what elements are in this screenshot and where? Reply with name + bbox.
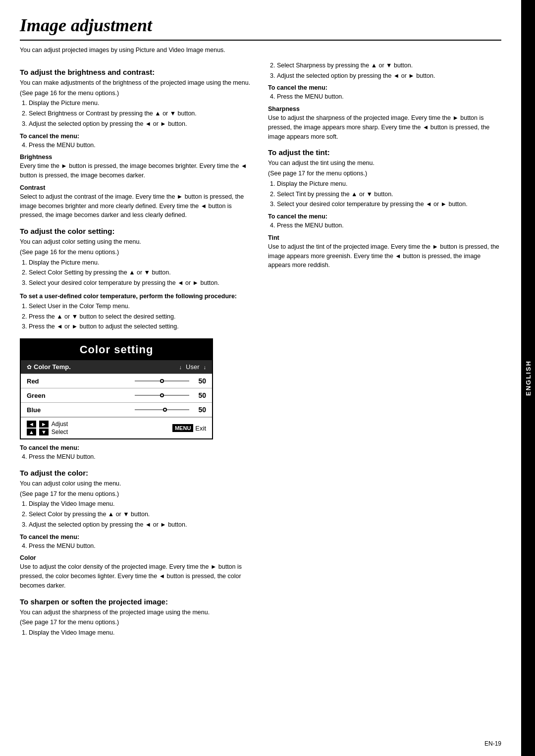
list-item: Press the ▲ or ▼ button to select the de…	[29, 312, 253, 322]
section1-intro: You can make adjustments of the brightne…	[20, 78, 253, 88]
tint-heading: To adjust the tint:	[268, 148, 501, 157]
list-item: Select your desired color temperature by…	[29, 278, 253, 288]
list-item: Adjust the selected option by pressing t…	[29, 119, 253, 129]
arrow-down-icon: ↓	[179, 364, 182, 370]
section2-cancel-heading: To cancel the menu:	[20, 444, 253, 451]
section1-see-page: (See page 16 for the menu options.)	[20, 89, 253, 98]
list-item: Select User in the Color Temp menu.	[29, 302, 253, 311]
red-value: 50	[192, 377, 206, 385]
color-temp-icon: ✿	[27, 364, 32, 371]
tint-sub-heading: Tint	[268, 234, 501, 241]
right-cancel-heading: To cancel the menu:	[268, 84, 501, 91]
list-item: Adjust the selected option by pressing t…	[277, 71, 501, 81]
footer-select-item: ▲ ▼ Select	[27, 429, 68, 435]
color-setting-footer: ◄ ► Adjust ▲ ▼ Select MENU	[21, 417, 212, 438]
procedure-heading: To set a user-defined color temperature,…	[20, 293, 253, 300]
list-item: Press the MENU button.	[29, 141, 253, 150]
section3-cancel-heading: To cancel the menu:	[20, 534, 253, 540]
section4-intro: You can adjust the sharpness of the proj…	[20, 608, 253, 617]
green-value: 50	[192, 391, 206, 399]
section2-cancel-steps: Press the MENU button.	[29, 452, 253, 462]
two-col-layout: To adjust the brightness and contrast: Y…	[20, 61, 501, 640]
green-label: Green	[27, 392, 66, 399]
section1-heading: To adjust the brightness and contrast:	[20, 68, 253, 76]
list-item: Press the MENU button.	[29, 541, 253, 551]
blue-slider-line	[135, 409, 189, 410]
tint-see-page: (See page 17 for the menu options.)	[268, 169, 501, 178]
tint-text: Use to adjust the tint of the projected …	[268, 242, 501, 270]
contrast-heading: Contrast	[20, 184, 253, 191]
footer-left: ◄ ► Adjust ▲ ▼ Select	[27, 421, 68, 435]
color-temp-row: ✿ Color Temp. ↓ User ↓	[21, 360, 212, 374]
section3-heading: To adjust the color:	[20, 469, 253, 477]
intro-text: You can adjust projected images by using…	[20, 46, 501, 55]
section2-steps: Display the Picture menu. Select Color S…	[29, 258, 253, 288]
color-temp-user: User	[186, 363, 199, 371]
list-item: Select Color by pressing the ▲ or ▼ butt…	[29, 510, 253, 519]
blue-row: Blue 50	[21, 403, 212, 417]
brightness-text: Every time the ► button is pressed, the …	[20, 162, 253, 180]
left-btn: ◄	[27, 421, 36, 428]
select-label: Select	[52, 429, 68, 435]
color-temp-value: ↓ User ↓	[73, 363, 206, 371]
section1-cancel-heading: To cancel the menu:	[20, 133, 253, 140]
red-row: Red 50	[21, 374, 212, 388]
section4-steps: Display the Video Image menu.	[29, 628, 253, 638]
section3-steps: Display the Video Image menu. Select Col…	[29, 499, 253, 529]
list-item: Select Tint by pressing the ▲ or ▼ butto…	[277, 190, 501, 199]
tint-steps: Display the Picture menu. Select Tint by…	[277, 179, 501, 209]
col-right: Select Sharpness by pressing the ▲ or ▼ …	[268, 61, 501, 640]
list-item: Display the Video Image menu.	[29, 499, 253, 509]
footer-adjust-item: ◄ ► Adjust	[27, 421, 68, 428]
color-setting-title: Color setting	[21, 339, 212, 360]
sidebar-label: ENGLISH	[521, 0, 535, 756]
color-text: Use to adjust the color density of the p…	[20, 562, 253, 590]
page-title: Image adjustment	[20, 15, 501, 41]
list-item: Select Brightness or Contrast by pressin…	[29, 109, 253, 118]
blue-label: Blue	[27, 406, 66, 414]
section4-see-page: (See page 17 for the menu options.)	[20, 618, 253, 627]
blue-slider-thumb	[163, 408, 167, 412]
procedure-steps: Select User in the Color Temp menu. Pres…	[29, 302, 253, 331]
footer-right: MENU Exit	[172, 424, 206, 432]
green-row: Green 50	[21, 388, 212, 403]
color-heading: Color	[20, 554, 253, 561]
down-btn: ▼	[39, 429, 49, 435]
brightness-heading: Brightness	[20, 154, 253, 161]
green-slider-area: 50	[66, 391, 206, 399]
list-item: Press the MENU button.	[29, 452, 253, 462]
tint-cancel-heading: To cancel the menu:	[268, 213, 501, 220]
right-cancel-steps: Press the MENU button.	[277, 92, 501, 102]
contrast-text: Select to adjust the contrast of the ima…	[20, 192, 253, 220]
red-label: Red	[27, 378, 66, 385]
section1-cancel-steps: Press the MENU button.	[29, 141, 253, 150]
section2-intro: You can adjust color setting using the m…	[20, 237, 253, 247]
list-item: Press the MENU button.	[277, 92, 501, 102]
adjust-label: Adjust	[52, 421, 68, 428]
section4-heading: To sharpen or soften the projected image…	[20, 597, 253, 606]
page: Image adjustment You can adjust projecte…	[0, 0, 535, 756]
tint-cancel-steps: Press the MENU button.	[277, 221, 501, 230]
sharpness-heading: Sharpness	[268, 106, 501, 112]
tint-intro: You can adjust the tint using the menu.	[268, 159, 501, 168]
list-item: Select your desired color temperature by…	[277, 200, 501, 209]
list-item: Press the ◄ or ► button to adjust the se…	[29, 322, 253, 331]
list-item: Display the Picture menu.	[29, 99, 253, 108]
list-item: Press the MENU button.	[277, 221, 501, 230]
red-slider-thumb	[160, 379, 164, 383]
red-slider-line	[135, 380, 189, 381]
col-left: To adjust the brightness and contrast: Y…	[20, 61, 253, 640]
red-slider-area: 50	[66, 377, 206, 385]
arrow-right-icon: ↓	[204, 364, 207, 370]
section3-intro: You can adjust color using the menu.	[20, 479, 253, 488]
list-item: Adjust the selected option by pressing t…	[29, 520, 253, 530]
menu-btn: MENU	[172, 424, 193, 432]
green-slider-thumb	[160, 393, 164, 397]
color-temp-label: Color Temp.	[34, 363, 73, 371]
list-item: Display the Video Image menu.	[29, 628, 253, 638]
list-item: Select Color Setting by pressing the ▲ o…	[29, 268, 253, 277]
list-item: Display the Picture menu.	[29, 258, 253, 268]
green-slider-line	[135, 395, 189, 396]
sharpness-steps: Select Sharpness by pressing the ▲ or ▼ …	[277, 61, 501, 81]
main-content: Image adjustment You can adjust projecte…	[0, 0, 521, 756]
